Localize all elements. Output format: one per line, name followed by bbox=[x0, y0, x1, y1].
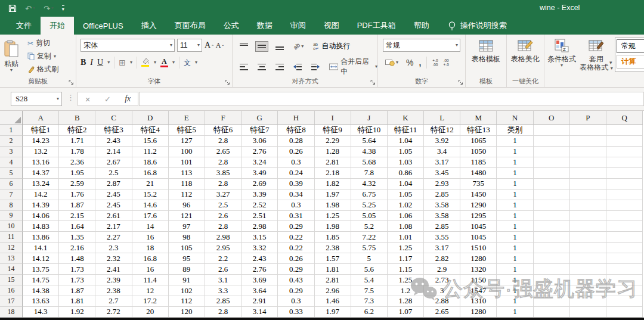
cell-M1[interactable]: 特征13 bbox=[460, 125, 497, 136]
drag-handle-icon[interactable]: ⋮ bbox=[67, 93, 75, 102]
cell-E18[interactable]: 120 bbox=[169, 307, 205, 318]
cell-Q14[interactable] bbox=[606, 264, 643, 275]
cell-Q9[interactable] bbox=[606, 211, 643, 222]
cell-A18[interactable]: 14.3 bbox=[23, 307, 59, 318]
tab-formulas[interactable]: 公式 bbox=[215, 17, 248, 35]
cell-N9[interactable]: 1 bbox=[497, 211, 533, 222]
cell-Q2[interactable] bbox=[606, 136, 643, 147]
italic-button[interactable]: I bbox=[90, 58, 93, 67]
column-header-K[interactable]: K bbox=[388, 111, 424, 125]
cell-G18[interactable]: 3.14 bbox=[242, 307, 278, 318]
cell-M2[interactable]: 1065 bbox=[460, 136, 497, 147]
cell-G10[interactable]: 2.98 bbox=[242, 221, 278, 232]
tab-data[interactable]: 数据 bbox=[248, 17, 281, 35]
cell-A3[interactable]: 13.2 bbox=[23, 147, 59, 157]
cell-D11[interactable]: 16 bbox=[132, 232, 169, 243]
cell-E6[interactable]: 118 bbox=[169, 179, 205, 189]
cell-M16[interactable]: 1547 bbox=[460, 285, 497, 296]
cell-B12[interactable]: 2.16 bbox=[59, 243, 95, 253]
cell-J5[interactable]: 7.8 bbox=[351, 168, 388, 179]
cell-K5[interactable]: 0.86 bbox=[388, 168, 424, 179]
cell-G16[interactable]: 3.64 bbox=[242, 285, 278, 296]
cell-E7[interactable]: 112 bbox=[169, 189, 205, 200]
row-header-2[interactable]: 2 bbox=[0, 136, 23, 147]
select-all-corner[interactable] bbox=[0, 111, 23, 125]
cell-O8[interactable] bbox=[534, 200, 570, 211]
cell-P18[interactable] bbox=[570, 307, 606, 318]
cell-E8[interactable]: 96 bbox=[169, 200, 205, 211]
tab-review[interactable]: 审阅 bbox=[281, 17, 315, 35]
cell-P3[interactable] bbox=[570, 147, 606, 157]
cell-M5[interactable]: 1480 bbox=[460, 168, 497, 179]
cell-N14[interactable]: 1 bbox=[497, 264, 533, 275]
cell-A16[interactable]: 14.38 bbox=[23, 285, 59, 296]
cell-M15[interactable]: 1150 bbox=[460, 275, 497, 285]
cell-J15[interactable]: 5.4 bbox=[351, 275, 388, 285]
font-dialog-launcher[interactable] bbox=[225, 80, 230, 85]
tell-me-search[interactable]: 操作说明搜索 bbox=[438, 17, 507, 35]
cell-D14[interactable]: 16 bbox=[132, 264, 169, 275]
cell-H18[interactable]: 0.33 bbox=[278, 307, 314, 318]
cell-K9[interactable]: 1.06 bbox=[388, 211, 424, 222]
cell-H15[interactable]: 0.43 bbox=[278, 275, 314, 285]
cell-G11[interactable]: 3.15 bbox=[242, 232, 278, 243]
row-header-6[interactable]: 6 bbox=[0, 179, 23, 189]
cell-A10[interactable]: 14.83 bbox=[23, 221, 59, 232]
cell-C8[interactable]: 2.45 bbox=[95, 200, 132, 211]
cell-F2[interactable]: 2.8 bbox=[205, 136, 242, 147]
cell-F6[interactable]: 2.8 bbox=[205, 179, 242, 189]
borders-button[interactable]: ⊞ bbox=[119, 58, 126, 67]
cell-O1[interactable] bbox=[534, 125, 570, 136]
column-header-P[interactable]: P bbox=[570, 111, 606, 125]
cell-L16[interactable]: 3 bbox=[424, 285, 460, 296]
format-as-table-button[interactable]: 套用 表格格式 ▾ bbox=[579, 35, 614, 77]
cell-A4[interactable]: 13.16 bbox=[23, 157, 59, 168]
cell-C18[interactable]: 2.72 bbox=[95, 307, 132, 318]
cell-D10[interactable]: 14 bbox=[132, 221, 169, 232]
cell-I15[interactable]: 2.81 bbox=[315, 275, 351, 285]
cell-L18[interactable]: 2.65 bbox=[424, 307, 460, 318]
cell-N7[interactable]: 1 bbox=[497, 189, 533, 200]
cell-L1[interactable]: 特征12 bbox=[424, 125, 460, 136]
increase-font-button[interactable]: Aˆ bbox=[205, 41, 213, 50]
cell-G8[interactable]: 2.52 bbox=[242, 200, 278, 211]
tab-insert[interactable]: 插入 bbox=[132, 17, 166, 35]
cell-L8[interactable]: 3.58 bbox=[424, 200, 460, 211]
column-header-H[interactable]: H bbox=[278, 111, 314, 125]
cell-L10[interactable]: 2.85 bbox=[424, 221, 460, 232]
cell-A7[interactable]: 14.2 bbox=[23, 189, 59, 200]
tab-view[interactable]: 视图 bbox=[315, 17, 348, 35]
cell-M3[interactable]: 1050 bbox=[460, 147, 497, 157]
cell-G4[interactable]: 3.24 bbox=[242, 157, 278, 168]
cell-Q6[interactable] bbox=[606, 179, 643, 189]
cell-D16[interactable]: 12 bbox=[132, 285, 169, 296]
cell-K17[interactable]: 1.28 bbox=[388, 296, 424, 307]
cell-P7[interactable] bbox=[570, 189, 606, 200]
cell-M11[interactable]: 1045 bbox=[460, 232, 497, 243]
cell-H3[interactable]: 0.26 bbox=[278, 147, 314, 157]
cell-D17[interactable]: 17.2 bbox=[132, 296, 169, 307]
percent-style-button[interactable]: % bbox=[406, 58, 413, 67]
tab-pdf-toolbox[interactable]: PDF工具箱 bbox=[348, 17, 405, 35]
cell-J8[interactable]: 5.25 bbox=[351, 200, 388, 211]
row-header-16[interactable]: 16 bbox=[0, 285, 23, 296]
cell-I3[interactable]: 1.28 bbox=[315, 147, 351, 157]
cell-F4[interactable]: 2.8 bbox=[205, 157, 242, 168]
cell-K18[interactable]: 1.07 bbox=[388, 307, 424, 318]
cell-Q1[interactable] bbox=[606, 125, 643, 136]
cell-P9[interactable] bbox=[570, 211, 606, 222]
cell-I18[interactable]: 1.97 bbox=[315, 307, 351, 318]
cell-J4[interactable]: 5.68 bbox=[351, 157, 388, 168]
cell-H5[interactable]: 0.24 bbox=[278, 168, 314, 179]
cell-A1[interactable]: 特征1 bbox=[23, 125, 59, 136]
cell-A9[interactable]: 14.06 bbox=[23, 211, 59, 222]
cell-L9[interactable]: 3.58 bbox=[424, 211, 460, 222]
cell-Q4[interactable] bbox=[606, 157, 643, 168]
cell-L4[interactable]: 3.17 bbox=[424, 157, 460, 168]
cell-O18[interactable] bbox=[534, 307, 570, 318]
cell-F16[interactable]: 3.3 bbox=[205, 285, 242, 296]
cell-M8[interactable]: 1290 bbox=[460, 200, 497, 211]
cell-P8[interactable] bbox=[570, 200, 606, 211]
cell-I9[interactable]: 1.25 bbox=[315, 211, 351, 222]
cell-O17[interactable] bbox=[534, 296, 570, 307]
